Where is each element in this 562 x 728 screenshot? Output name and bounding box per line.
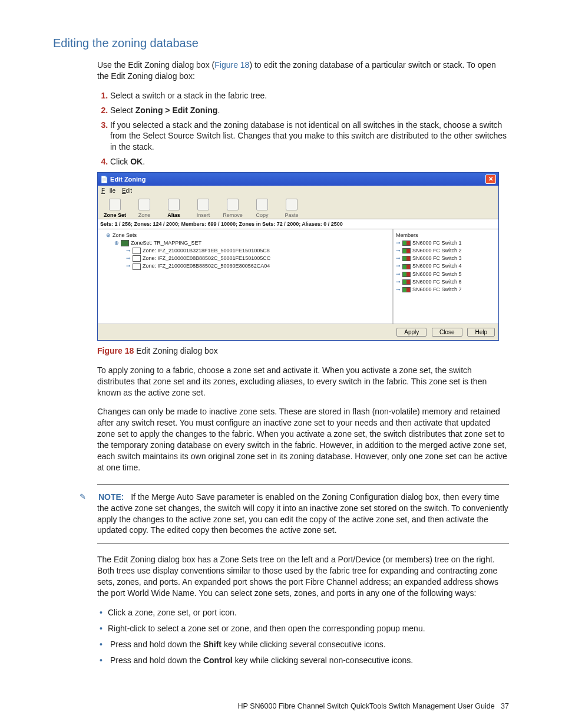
switch-icon [402,248,411,253]
intro-text-a: Use the Edit Zoning dialog box ( [97,60,214,70]
tool-insert-label: Insert [197,212,210,219]
tree-zoneset[interactable]: ZoneSet: TR_MAPPING_SET [131,240,201,246]
steps-list: Select a switch or a stack in the fabric… [97,90,509,167]
member-1[interactable]: SN6000 FC Switch 1 [412,240,462,246]
copy-icon [256,199,268,210]
close-button[interactable]: Close [432,328,462,337]
bullet-3-b: Shift [203,640,222,649]
tree-root: Zone Sets [113,232,137,238]
expand-handle-icon[interactable]: ⊸ [396,286,401,292]
dialog-toolbar: Zone Set Zone Alias Insert Remove Copy P… [98,196,498,219]
expand-handle-icon[interactable]: ⊸ [126,255,131,261]
tool-paste-label: Paste [285,212,298,219]
member-2[interactable]: SN6000 FC Switch 2 [412,248,462,253]
step-3: If you selected a stack and the zoning d… [110,120,509,153]
bullet-4-a: Press and hold down the [110,655,203,665]
expand-handle-icon[interactable]: ⊸ [396,255,401,261]
tool-zone-label: Zone [138,212,151,219]
close-icon[interactable]: ✕ [485,174,496,184]
tool-paste[interactable]: Paste [277,199,306,219]
apply-button[interactable]: Apply [396,328,427,337]
changes-paragraph: Changes can only be made to inactive zon… [97,406,509,473]
remove-icon [227,199,239,210]
bullet-2: Right-click to select a zone set or zone… [108,623,509,634]
step-2: Select Zoning > Edit Zoning. [110,105,509,116]
member-7[interactable]: SN6000 FC Switch 7 [412,286,462,292]
expand-handle-icon[interactable]: ⊸ [126,263,131,269]
switch-icon [402,287,411,292]
step-4-b: OK [130,157,143,166]
apply-paragraph: To apply zoning to a fabric, choose a zo… [97,365,509,398]
bullet-3-c: key while clicking several consecutive i… [222,640,386,649]
tool-zoneset[interactable]: Zone Set [100,199,130,219]
expand-handle-icon[interactable]: ⊕ [106,232,111,238]
expand-handle-icon[interactable]: ⊸ [396,240,401,246]
member-6[interactable]: SN6000 FC Switch 6 [412,279,462,285]
bullet-3: Press and hold down the Shift key while … [108,639,509,650]
member-5[interactable]: SN6000 FC Switch 5 [412,271,462,277]
switch-icon [402,264,411,269]
zoneset-node-icon [121,240,129,246]
bullet-4: Press and hold down the Control key whil… [108,655,509,666]
zoneset-icon [109,199,121,210]
member-3[interactable]: SN6000 FC Switch 3 [412,255,462,261]
expand-handle-icon[interactable]: ⊸ [126,248,131,253]
expand-handle-icon[interactable]: ⊕ [114,240,119,246]
tool-alias[interactable]: Alias [159,199,189,219]
dialog-menubar: File Edit [98,186,498,196]
tree-zone-3[interactable]: Zone: IFZ_210000E08B88502C_50060E800562C… [143,263,270,269]
dialog-titlebar[interactable]: 📄 Edit Zoning ✕ [98,173,498,186]
footer-page: 37 [501,702,509,710]
tool-copy[interactable]: Copy [247,199,277,219]
tool-insert[interactable]: Insert [189,199,218,219]
step-2-a: Select [110,106,135,115]
expand-handle-icon[interactable]: ⊸ [396,263,401,269]
insert-icon [197,199,209,210]
menu-file[interactable]: File [101,187,115,194]
dialog-button-row: Apply Close Help [98,324,498,340]
note-label: NOTE: [98,492,124,502]
members-tree[interactable]: Members ⊸SN6000 FC Switch 1 ⊸SN6000 FC S… [394,229,498,324]
step-2-b: Zoning > Edit Zoning [135,106,218,115]
bullet-1: Click a zone, zone set, or port icon. [108,607,509,618]
note-icon: ✎ [80,492,90,502]
zone-icon [138,199,150,210]
figure-number: Figure 18 [97,346,134,355]
tree-zone-2[interactable]: Zone: IFZ_210000E08B88502C_50001FE150100… [143,255,270,261]
dialog-status: Sets: 1 / 256; Zones: 124 / 2000; Member… [98,219,498,229]
tool-copy-label: Copy [256,212,268,219]
footer-text: HP SN6000 Fibre Channel Switch QuickTool… [238,702,495,710]
expand-handle-icon[interactable]: ⊸ [396,271,401,277]
tool-alias-label: Alias [167,212,180,219]
tool-remove[interactable]: Remove [218,199,247,219]
step-4: Click OK. [110,156,509,167]
figure-18-link[interactable]: Figure 18 [214,60,249,70]
step-4-c: . [143,157,145,166]
bullet-4-c: key while clicking several non-consecuti… [233,655,414,665]
step-2-c: . [217,106,220,115]
member-4[interactable]: SN6000 FC Switch 4 [412,263,462,269]
figure-caption: Figure 18 Edit Zoning dialog box [97,345,509,357]
dialog-title: Edit Zoning [110,176,146,183]
selection-ways-list: Click a zone, zone set, or port icon. Ri… [97,607,509,666]
section-heading: Editing the zoning database [53,35,509,51]
tool-zoneset-label: Zone Set [104,212,126,219]
paste-icon [286,199,297,210]
switch-icon [402,256,411,261]
zone-node-icon [133,263,141,270]
menu-edit[interactable]: Edit [122,187,132,194]
expand-handle-icon[interactable]: ⊸ [396,279,401,285]
tree-zone-1[interactable]: Zone: IFZ_2100001B3218F1EB_50001FE150100… [143,248,270,253]
zone-sets-tree[interactable]: ⊕Zone Sets ⊕ZoneSet: TR_MAPPING_SET ⊸Zon… [98,229,394,324]
edit-zoning-dialog: 📄 Edit Zoning ✕ File Edit Zone Set Zone … [97,172,499,341]
alias-icon [168,199,180,210]
bullet-3-a: Press and hold down the [110,640,203,649]
tree-paragraph: The Edit Zoning dialog box has a Zone Se… [97,554,509,599]
members-title: Members [396,232,496,239]
switch-icon [402,279,411,285]
intro-paragraph: Use the Edit Zoning dialog box (Figure 1… [97,60,509,82]
note-text: If the Merge Auto Save parameter is enab… [97,492,508,535]
help-button[interactable]: Help [467,328,495,337]
expand-handle-icon[interactable]: ⊸ [396,248,401,253]
tool-zone[interactable]: Zone [130,199,159,219]
